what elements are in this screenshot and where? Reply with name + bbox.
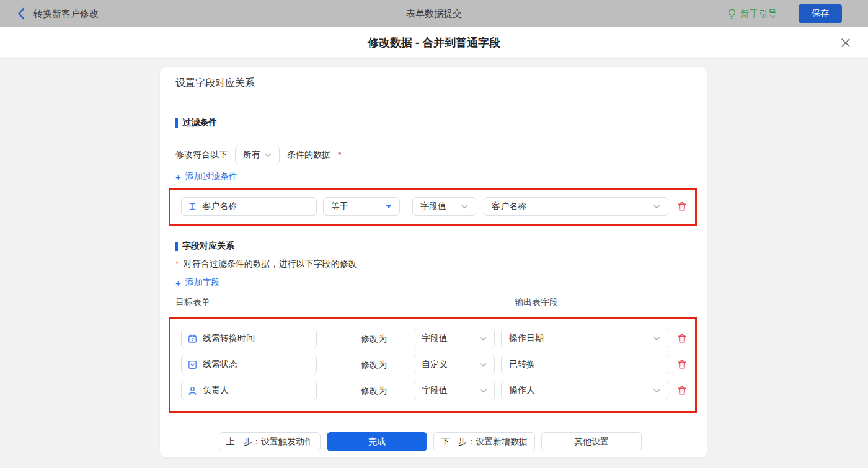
match-mode-select[interactable]: 所有: [235, 146, 280, 164]
beginner-guide-link[interactable]: 新手引导: [727, 0, 777, 27]
mapping-description: 对符合过滤条件的数据，进行以下字段的修改: [184, 258, 357, 270]
text-field-icon: [188, 202, 197, 211]
save-button[interactable]: 保存: [799, 4, 842, 23]
filter-value-type-select[interactable]: 字段值: [412, 197, 476, 216]
filter-section-title: 过滤条件: [175, 117, 217, 128]
chevron-down-icon: [265, 153, 272, 157]
lightbulb-icon: [727, 8, 737, 20]
value-type-select[interactable]: 字段值: [414, 381, 495, 400]
other-settings-button[interactable]: 其他设置: [541, 432, 642, 451]
required-asterisk: *: [338, 150, 341, 160]
modify-to-label: 修改为: [361, 355, 387, 374]
filter-match-row: 修改符合以下 所有 条件的数据 *: [175, 145, 341, 165]
delete-row-icon[interactable]: [677, 333, 687, 344]
delete-row-icon[interactable]: [677, 360, 687, 370]
mapping-section-title: 字段对应关系: [175, 241, 234, 252]
plus-icon: +: [175, 278, 181, 288]
modify-to-label: 修改为: [361, 381, 387, 400]
caret-down-icon: [386, 205, 392, 208]
filter-value-select[interactable]: 客户名称: [484, 197, 668, 216]
calendar-icon: [188, 334, 197, 343]
section-accent-bar: [175, 118, 178, 128]
panel-header: 设置字段对应关系: [160, 67, 707, 99]
modal-header: 修改数据 - 合并到普通字段: [0, 27, 868, 59]
screen: 转换新客户修改 表单数据提交 新手引导 保存 修改数据 - 合并到普通字段 设置…: [0, 0, 868, 468]
custom-value-input[interactable]: 已转换: [501, 355, 668, 374]
top-bar: 转换新客户修改 表单数据提交 新手引导 保存: [0, 0, 868, 27]
filter-operator-select[interactable]: 等于: [323, 197, 400, 216]
delete-filter-icon[interactable]: [677, 201, 687, 212]
target-field-input[interactable]: 线索状态: [181, 355, 317, 374]
field-mapping-panel: 设置字段对应关系 过滤条件 修改符合以下 所有 条件的数据 * + 添加过滤条件…: [160, 67, 707, 457]
close-icon[interactable]: [841, 38, 851, 48]
chevron-down-icon: [480, 337, 487, 341]
prev-step-button[interactable]: 上一步：设置触发动作: [219, 432, 321, 451]
modify-to-label: 修改为: [361, 329, 387, 348]
delete-row-icon[interactable]: [677, 386, 687, 396]
section-accent-bar: [175, 242, 178, 251]
chevron-down-icon: [480, 389, 487, 393]
column-header-output-field: 输出表字段: [515, 297, 558, 308]
chevron-down-icon: [653, 389, 660, 393]
target-field-input[interactable]: 负责人: [181, 381, 317, 400]
column-header-target-form: 目标表单: [175, 297, 210, 308]
add-field-link[interactable]: + 添加字段: [175, 277, 220, 288]
chevron-down-icon: [653, 205, 660, 209]
footer-divider: [160, 423, 707, 423]
output-field-select[interactable]: 操作人: [501, 381, 668, 400]
chevron-down-icon: [461, 205, 468, 209]
mapping-description-row: * 对符合过滤条件的数据，进行以下字段的修改: [175, 259, 357, 269]
beginner-guide-label: 新手引导: [740, 8, 777, 20]
chevron-down-icon: [653, 337, 660, 341]
output-field-select[interactable]: 操作日期: [501, 329, 668, 348]
plus-icon: +: [175, 172, 181, 182]
chevron-down-icon: [480, 363, 487, 367]
table-header-divider: [175, 312, 691, 312]
modal-title: 修改数据 - 合并到普通字段: [0, 27, 868, 58]
filter-field-input[interactable]: 客户名称: [181, 197, 317, 216]
match-suffix-label: 条件的数据: [287, 149, 330, 161]
match-prefix-label: 修改符合以下: [175, 149, 228, 161]
target-field-input[interactable]: 线索转换时间: [181, 329, 317, 348]
value-type-select[interactable]: 自定义: [414, 355, 495, 374]
value-type-select[interactable]: 字段值: [414, 329, 495, 348]
add-filter-condition-link[interactable]: + 添加过滤条件: [175, 171, 237, 182]
person-icon: [188, 386, 197, 395]
done-button[interactable]: 完成: [327, 432, 427, 451]
select-field-icon: [188, 360, 197, 369]
required-asterisk: *: [175, 260, 179, 268]
next-step-button[interactable]: 下一步：设置新增数据: [433, 432, 535, 451]
